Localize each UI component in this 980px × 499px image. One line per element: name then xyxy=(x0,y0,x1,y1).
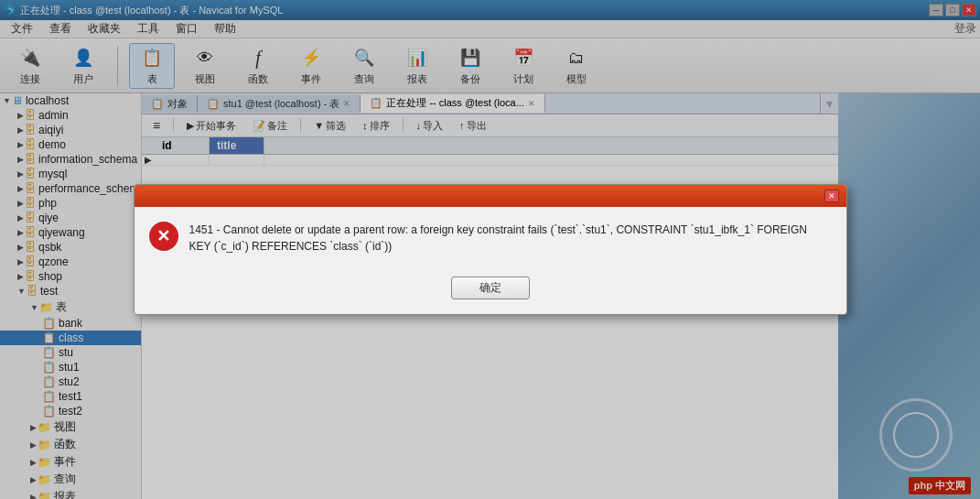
error-message: 1451 - Cannot delete or update a parent … xyxy=(189,222,832,255)
modal-close-button[interactable]: ✕ xyxy=(824,190,839,202)
modal-title-bar: ✕ xyxy=(135,185,846,207)
error-dialog: ✕ ✕ 1451 - Cannot delete or update a par… xyxy=(134,184,847,315)
error-icon: ✕ xyxy=(149,222,178,251)
modal-body: ✕ 1451 - Cannot delete or update a paren… xyxy=(135,207,846,269)
error-icon-symbol: ✕ xyxy=(156,226,170,246)
modal-overlay: ✕ ✕ 1451 - Cannot delete or update a par… xyxy=(0,0,980,499)
modal-footer: 确定 xyxy=(135,269,846,314)
modal-ok-button[interactable]: 确定 xyxy=(451,277,530,299)
